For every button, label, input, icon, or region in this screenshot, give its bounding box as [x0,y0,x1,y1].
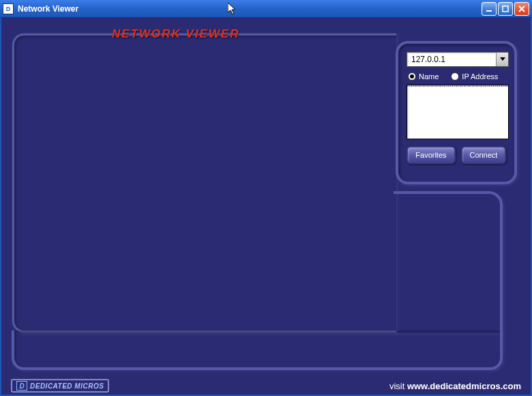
footer-visit-label: visit [389,381,407,391]
app-icon: D [3,3,14,14]
minimize-button[interactable] [482,2,497,16]
window-title: Network Viewer [18,4,78,14]
radio-ip-address[interactable]: IP Address [451,72,498,81]
ip-address-dropdown[interactable]: 127.0.0.1 [407,52,509,67]
svg-rect-0 [486,10,492,12]
server-list[interactable] [407,85,509,139]
footer-logo: D DEDICATED MICROS [11,379,109,393]
server-list-header [407,85,508,87]
viewer-frame [12,33,396,333]
viewer-title: NETWORK VIEWER [112,27,240,41]
favorites-button-label: Favorites [415,151,446,159]
footer-url: www.dedicatedmicros.com [407,381,521,391]
footer: D DEDICATED MICROS visit www.dedicatedmi… [1,377,531,395]
app-icon-letter: D [6,5,11,12]
app-body: NETWORK VIEWER 127.0.0.1 Name IP Address [0,18,532,396]
sort-radio-group: Name IP Address [407,72,506,81]
ip-address-value: 127.0.0.1 [407,55,496,64]
radio-name[interactable]: Name [408,72,439,81]
radio-name-label: Name [419,72,439,81]
connection-panel: 127.0.0.1 Name IP Address Favorites Conn… [396,41,517,184]
connect-button[interactable]: Connect [461,146,506,164]
connect-button-label: Connect [469,151,497,159]
maximize-button[interactable] [498,2,513,16]
right-curve-frame [394,191,503,333]
radio-ip-label: IP Address [462,72,498,81]
bottom-bar-frame [12,330,503,370]
footer-logo-text: DEDICATED MICROS [30,382,104,390]
window-titlebar: D Network Viewer [0,0,532,18]
close-button[interactable] [514,2,529,16]
dropdown-arrow-icon[interactable] [496,53,508,66]
footer-link[interactable]: visit www.dedicatedmicros.com [389,381,521,391]
footer-logo-icon: D [16,381,27,391]
radio-name-circle [408,72,416,81]
radio-ip-circle [451,72,459,81]
favorites-button[interactable]: Favorites [407,146,456,164]
svg-rect-1 [503,6,508,12]
